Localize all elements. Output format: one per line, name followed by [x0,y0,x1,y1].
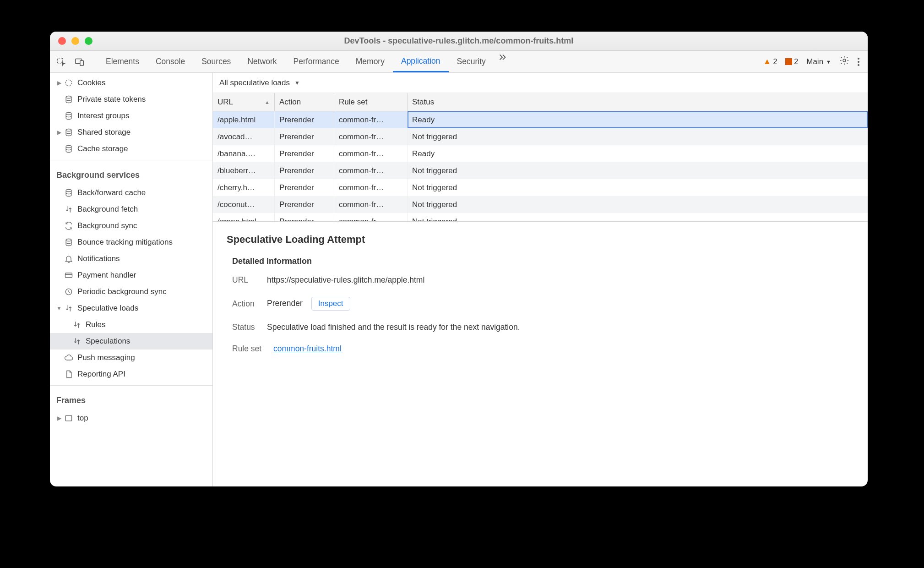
issues-count: 2 [794,58,798,66]
detail-ruleset-link[interactable]: common-fruits.html [273,344,342,353]
detail-status-label: Status [232,322,267,332]
devtools-toolbar: Elements Console Sources Network Perform… [50,51,868,73]
warnings-badge[interactable]: ▲ 2 [763,57,777,66]
cell-ruleset: common-fr… [334,111,408,128]
col-header-url[interactable]: URL ▲ [213,93,275,111]
detail-ruleset-label: Rule set [232,344,273,354]
svg-point-10 [66,239,71,241]
cell-status: Not triggered [408,128,868,145]
sort-asc-icon: ▲ [265,99,270,105]
sidebar-item-speculative-rules[interactable]: Rules [50,317,212,333]
divider [50,160,212,160]
context-label: Main [806,57,823,66]
window-title: DevTools - speculative-rules.glitch.me/c… [50,36,868,46]
cell-status: Not triggered [408,213,868,221]
database-icon [64,94,74,104]
sidebar-item-bfcache[interactable]: Back/forward cache [50,185,212,201]
table-row[interactable]: /coconut…Prerendercommon-fr…Not triggere… [213,196,868,213]
sidebar-item-push-messaging[interactable]: Push messaging [50,350,212,366]
warning-icon: ▲ [763,57,772,66]
detail-url-value: https://speculative-rules.glitch.me/appl… [267,275,424,285]
close-window-icon[interactable] [58,37,66,45]
zoom-window-icon[interactable] [85,37,92,45]
sidebar-item-frame-top[interactable]: ▶ top [50,410,212,426]
cell-url: /coconut… [213,196,275,213]
speculations-filter-dropdown[interactable]: All speculative loads ▼ [213,73,868,93]
sidebar-item-shared-storage[interactable]: ▶ Shared storage [50,124,212,141]
sidebar-label: Background sync [77,221,137,230]
sidebar-label: Shared storage [77,128,130,137]
sidebar-item-background-sync[interactable]: Background sync [50,218,212,234]
cell-ruleset: common-fr… [334,213,408,221]
more-tabs-icon[interactable] [497,51,509,63]
sidebar-item-payment-handler[interactable]: Payment handler [50,267,212,284]
target-context-selector[interactable]: Main ▼ [806,57,831,66]
expand-arrow-icon: ▶ [55,129,63,136]
cell-ruleset: common-fr… [334,162,408,179]
expand-arrow-icon: ▶ [55,415,63,421]
sidebar-label: Notifications [77,254,120,263]
table-row[interactable]: /cherry.h…Prerendercommon-fr…Not trigger… [213,179,868,196]
cell-url: /banana.… [213,145,275,162]
transfer-icon [72,336,82,346]
clock-icon [64,287,74,297]
tab-elements[interactable]: Elements [98,51,147,72]
cell-status: Ready [408,145,868,162]
device-toolbar-icon[interactable] [75,57,85,67]
col-header-action[interactable]: Action [275,93,334,111]
database-icon [64,144,74,154]
window-titlebar: DevTools - speculative-rules.glitch.me/c… [50,32,868,51]
cell-status: Not triggered [408,162,868,179]
tab-sources[interactable]: Sources [193,51,239,72]
sidebar-item-interest-groups[interactable]: Interest groups [50,108,212,124]
sidebar-label: Background fetch [77,205,138,214]
tab-security[interactable]: Security [449,51,494,72]
sidebar-label: Periodic background sync [77,287,167,296]
svg-rect-11 [65,273,72,278]
sidebar-label: Interest groups [77,111,129,120]
cell-ruleset: common-fr… [334,128,408,145]
panel-tabs: Elements Console Sources Network Perform… [98,51,509,72]
tab-network[interactable]: Network [239,51,285,72]
table-row[interactable]: /apple.htmlPrerendercommon-fr…Ready [213,111,868,128]
sidebar-item-cache-storage[interactable]: Cache storage [50,141,212,157]
tab-application[interactable]: Application [393,51,449,72]
cloud-icon [64,353,74,363]
tab-memory[interactable]: Memory [348,51,393,72]
inspect-element-icon[interactable] [56,57,66,67]
sidebar-label: Cookies [77,78,105,87]
tab-performance[interactable]: Performance [285,51,348,72]
issue-icon [785,58,792,65]
sidebar-label: Payment handler [77,271,136,280]
sidebar-item-reporting-api[interactable]: Reporting API [50,366,212,382]
cell-status: Not triggered [408,179,868,196]
database-icon [64,237,74,247]
settings-icon[interactable] [839,55,849,68]
sidebar-label: Back/forward cache [77,188,146,197]
sidebar-item-notifications[interactable]: Notifications [50,251,212,267]
tab-console[interactable]: Console [147,51,193,72]
col-header-ruleset[interactable]: Rule set [334,93,408,111]
cell-url: /avocad… [213,128,275,145]
table-row[interactable]: /blueberr…Prerendercommon-fr…Not trigger… [213,162,868,179]
sidebar-item-speculations[interactable]: Speculations [50,333,212,350]
minimize-window-icon[interactable] [71,37,79,45]
sidebar-item-cookies[interactable]: ▶ Cookies [50,75,212,91]
sidebar-item-background-fetch[interactable]: Background fetch [50,201,212,218]
svg-rect-2 [80,60,83,66]
table-body: /apple.htmlPrerendercommon-fr…Ready/avoc… [213,111,868,221]
issues-badge[interactable]: 2 [785,58,798,66]
sidebar-item-periodic-sync[interactable]: Periodic background sync [50,284,212,300]
table-row[interactable]: /banana.…Prerendercommon-fr…Ready [213,145,868,162]
cell-status: Not triggered [408,196,868,213]
table-row[interactable]: /avocad…Prerendercommon-fr…Not triggered [213,128,868,145]
table-row[interactable]: /grape.htmlPrerendercommon-fr…Not trigge… [213,213,868,221]
inspect-button[interactable]: Inspect [311,297,350,311]
sidebar-item-bounce-tracking[interactable]: Bounce tracking mitigations [50,234,212,251]
cell-action: Prerender [275,213,334,221]
cell-ruleset: common-fr… [334,196,408,213]
col-header-status[interactable]: Status [408,93,868,111]
sidebar-item-private-state-tokens[interactable]: Private state tokens [50,91,212,108]
more-options-icon[interactable] [858,58,859,66]
sidebar-item-speculative-loads[interactable]: ▼ Speculative loads [50,300,212,317]
